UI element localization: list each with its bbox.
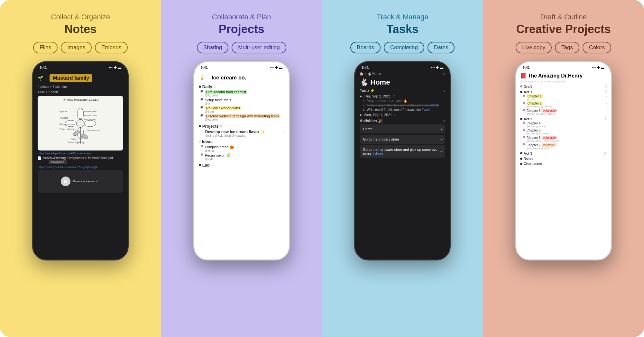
p4-wifi: ◈ — [597, 65, 600, 69]
p2-lab-title: Lab — [199, 163, 284, 168]
p4-battery: ▬ — [601, 66, 604, 69]
phone-tasks: 9:41 ▪▪▪ ◈ ▬ 🏠 › 🐇 Home — [354, 61, 451, 254]
diamond-2 — [200, 98, 203, 101]
panel3-subtitle: Track & Manage — [377, 13, 428, 21]
play-icon[interactable]: ▶ — [61, 177, 70, 186]
tag-tags[interactable]: Tags — [555, 42, 579, 53]
p3-activity-home[interactable]: Home › — [360, 124, 445, 133]
p4-notes-bullet — [520, 158, 522, 160]
tag-images[interactable]: Images — [61, 42, 92, 53]
p1-note-emoji: 🌱 — [38, 76, 43, 81]
phone-creative: 9:41 ▪▪▪ ◈ ▬ 📕 The Amazing Dr.Henry @Cla… — [515, 61, 612, 254]
p4-ch7-text: Chapter 7 — [527, 143, 541, 147]
p4-ch6-text: Chapter 6 — [527, 136, 541, 140]
p4-act1-section: Act 1 ▽ Chapter 1 › @Clara — [520, 90, 607, 115]
phone-outer-1: 9:41 ▪▪▪ ◈ ▬ 🌱 Mustard family 4 petals +… — [32, 61, 129, 260]
phone-projects: 9:41 ▪▪▪ ◈ ▬ 🍦 Ice cream co. — [193, 61, 290, 254]
phone-screen-3: 9:41 ▪▪▪ ◈ ▬ 🏠 › 🐇 Home — [355, 62, 450, 260]
tag-sharing[interactable]: Sharing — [197, 42, 229, 53]
p4-ch3-assignee: @Clara @Mallory @Elsie — [527, 113, 607, 115]
chevron-daily: ▽ — [214, 85, 216, 88]
p3-act-grocery-arrow: › — [441, 137, 442, 141]
panel1-tags: Files Images Embeds — [33, 42, 128, 53]
p4-act3-section: Act 3 ▷ — [520, 151, 607, 155]
wifi-icon: ◈ — [114, 65, 116, 69]
p3-act-hardware-arrow: › — [441, 150, 442, 153]
p2-item1-assignee: @Rodolfo — [205, 94, 247, 97]
p4-ch1-arrow: › — [606, 95, 607, 98]
p2-idea1-text: Pumpkin bread 🎃 — [205, 145, 234, 149]
p1-video-thumb[interactable]: ▶ Brassicaceae must... — [38, 170, 123, 193]
p3-breadcrumb-title: Home — [373, 72, 381, 76]
panel4-subtitle: Draft & Outline — [540, 13, 587, 21]
p2-projects-title: Projects ▽ — [199, 124, 284, 129]
task2-bullet: ● — [363, 104, 365, 107]
idea2-chevron: › — [283, 154, 284, 157]
svg-text:Rapum: Rapum — [71, 138, 77, 140]
p2-proj-assignees: @Nina @Kyle @Uri @Natasha — [205, 134, 284, 137]
p4-ch1-bullet — [523, 95, 525, 97]
p3-status-icons: ▪▪▪ ◈ ▬ — [431, 65, 444, 69]
tag-livecopy[interactable]: Live copy — [516, 42, 552, 53]
p4-ch7-assignee: @Dr_Henry @Elsie — [527, 147, 607, 150]
svg-text:4 sepals: 4 sepals — [60, 117, 68, 119]
tag-multiuser[interactable]: Multi-user editing — [232, 42, 286, 53]
diamond-3 — [200, 106, 203, 109]
p3-date1-chevron: ▽ — [393, 95, 395, 98]
proj-chevron: › — [283, 130, 284, 134]
chevron-projects: ▽ — [220, 125, 222, 128]
p3-task-3: ● Write email for this month's newslette… — [363, 108, 445, 112]
p4-ch7: Chapter 7 #betrayal @Dr_Henry @Elsie — [523, 143, 607, 150]
p3-activity-grocery[interactable]: Go to the grocery store › — [360, 135, 445, 144]
svg-text:Valvate Corolla: Valvate Corolla — [84, 114, 97, 116]
tag-dates[interactable]: Dates — [428, 42, 455, 53]
p2-item-3: Review exterior plans @Sam — [201, 106, 284, 113]
p4-ch4-bullet — [523, 122, 525, 124]
p2-status-icons: ▪▪▪ ◈ ▬ — [270, 65, 282, 69]
p3-title-text: Home — [370, 78, 390, 87]
tag-boards[interactable]: Boards — [350, 42, 381, 53]
p2-item4-text: Discuss website redesign with marketing … — [205, 114, 280, 118]
p3-todo-chevron: ▽ — [443, 89, 445, 92]
p2-idea-1: Pumpkin bread 🎃 › @Nina — [201, 145, 284, 152]
p4-ch5-assignee: @Clara @Dr_Henry — [527, 132, 607, 135]
panel-creative: Draft & Outline Creative Projects Live c… — [483, 0, 644, 337]
p2-proj-item-1: Develop new ice cream flavor ✨ › @Nina @… — [201, 130, 284, 137]
p4-signal: ▪▪▪ — [592, 66, 596, 69]
p2-daily-title: Daily ▽ — [199, 84, 284, 89]
bullet-idea1 — [201, 145, 203, 147]
p4-act1-title: Act 1 ▽ — [520, 90, 607, 94]
p1-download-btn[interactable]: Download — [49, 160, 67, 164]
p4-chars-bullet — [520, 163, 522, 165]
p1-time: 9:41 — [40, 66, 47, 69]
p4-ch3-arrow: › — [606, 109, 607, 113]
p1-sub2: 4 tall + 2 short — [38, 90, 123, 94]
p3-activity-hardware[interactable]: Go to the hardware store and pick up som… — [360, 145, 445, 158]
p4-ch7-tag: #betrayal — [542, 143, 557, 147]
flower-diagram: 4 petals 4 sepals 4 long stamens 2 short… — [58, 103, 103, 144]
tag-files[interactable]: Files — [33, 42, 58, 53]
panel1-subtitle: Collect & Organize — [51, 13, 110, 21]
idea1-chevron: › — [283, 145, 284, 149]
p2-item1-text: Hire second food chemist — [205, 90, 247, 94]
p4-act2-section: Act 2 ▽ Chapter 4 @Elsie @Mallory — [520, 117, 607, 150]
p4-act1-bullet — [520, 91, 522, 93]
p4-ch3: Chapter 3 #obstacle › @Clara @Mallory @E… — [523, 109, 607, 115]
p1-link2[interactable]: https://www.youtube.com/watch?v=gf7jJJxq… — [38, 166, 123, 169]
p4-ch2-assignee: @Dr_Henry @Mallory — [527, 105, 607, 108]
svg-point-0 — [77, 108, 84, 120]
tag-embeds[interactable]: Embeds — [95, 42, 128, 53]
svg-text:4 long stamens: 4 long stamens — [60, 123, 75, 126]
tag-colors[interactable]: Colors — [583, 42, 611, 53]
p1-link1[interactable]: https://en.wikipedia.org/wiki/Brassicace… — [38, 152, 123, 155]
p2-item3-text: Review exterior plans — [205, 106, 241, 110]
p1-note-title: Mustard family — [50, 74, 92, 82]
signal-icon: ▪▪▪ — [109, 66, 113, 69]
p4-act2-title: Act 2 ▽ — [520, 117, 607, 121]
p4-ch5: Chapter 5 @Clara @Dr_Henry — [523, 129, 607, 135]
bullet-idea2 — [201, 153, 203, 156]
p3-date2-bullet: ● — [360, 113, 362, 117]
panel-notes: Collect & Organize Notes Files Images Em… — [0, 0, 161, 337]
tag-completing[interactable]: Completing — [384, 42, 424, 53]
p4-act3-bullet — [520, 152, 522, 154]
